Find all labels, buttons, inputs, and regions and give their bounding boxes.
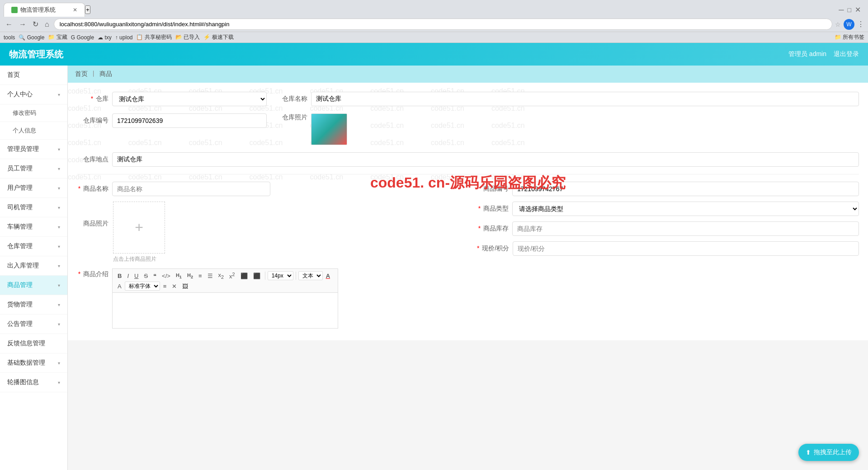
warehouse-photo-image[interactable] bbox=[311, 113, 347, 145]
subscript-button[interactable]: x2 bbox=[216, 271, 226, 281]
ordered-list-button[interactable]: ≡ bbox=[196, 272, 204, 280]
bookmark-shared-pwd[interactable]: 📋 共享秘密码 bbox=[136, 33, 171, 41]
sidebar-item-inout-mgmt[interactable]: 出入库管理 ▾ bbox=[0, 256, 67, 276]
product-type-select[interactable]: 请选择商品类型 bbox=[512, 202, 859, 216]
align-left-button[interactable]: ⬛ bbox=[238, 272, 250, 280]
blockquote-button[interactable]: ❝ bbox=[151, 272, 159, 280]
bold-button[interactable]: B bbox=[115, 272, 124, 280]
warehouse-name-input[interactable] bbox=[311, 92, 859, 106]
sidebar-item-admin-mgmt[interactable]: 管理员管理 ▾ bbox=[0, 140, 67, 159]
warehouse-select[interactable]: 测试仓库 bbox=[112, 92, 267, 106]
new-tab-button[interactable]: + bbox=[85, 5, 90, 14]
location-row: 仓库地点 bbox=[77, 152, 859, 167]
product-row: * 商品名称 商品照片 + bbox=[77, 182, 859, 331]
font-color-button[interactable]: A bbox=[324, 272, 332, 280]
float-upload-button[interactable]: ⬆ 拖拽至此上传 bbox=[798, 444, 859, 461]
bookmark-speeddown[interactable]: ⚡ 极速下载 bbox=[203, 33, 233, 41]
h2-button[interactable]: H2 bbox=[185, 272, 195, 280]
bookmark-imported[interactable]: 📂 已导入 bbox=[175, 33, 200, 41]
home-button[interactable]: ⌂ bbox=[43, 19, 51, 29]
font-size-select[interactable]: 14px bbox=[268, 271, 293, 280]
sidebar-item-notice-mgmt[interactable]: 公告管理 ▾ bbox=[0, 315, 67, 334]
maximize-button[interactable]: □ bbox=[848, 6, 851, 14]
font-family-select[interactable]: 标准字体 bbox=[125, 282, 160, 291]
bookmark-tools[interactable]: tools bbox=[4, 34, 15, 41]
chevron-down-icon: ▾ bbox=[58, 322, 60, 327]
sidebar-banner-label: 轮播图信息 bbox=[7, 378, 39, 386]
active-tab[interactable]: 物流管理系统 ✕ bbox=[4, 3, 85, 17]
sidebar-item-profile[interactable]: 个人中心 ▾ bbox=[0, 85, 67, 104]
h1-button[interactable]: H1 bbox=[174, 272, 184, 280]
sidebar-sub-change-pwd[interactable]: 修改密码 bbox=[0, 104, 67, 122]
warehouse-label: * 仓库 bbox=[77, 95, 108, 103]
product-stock-input[interactable] bbox=[512, 221, 859, 236]
bookmark-google1[interactable]: 🔍 Google bbox=[19, 34, 44, 41]
sidebar-item-vehicle-mgmt[interactable]: 车辆管理 ▾ bbox=[0, 217, 67, 237]
back-button[interactable]: ← bbox=[4, 19, 14, 29]
sidebar-item-feedback-mgmt[interactable]: 反馈信息管理 bbox=[0, 334, 67, 353]
browser-chrome: 物流管理系统 ✕ + ─ □ ✕ ← → ↻ ⌂ ☆ W ⋮ tools 🔍 G… bbox=[0, 0, 868, 43]
product-name-input[interactable] bbox=[112, 182, 270, 196]
font-highlight-button[interactable]: A bbox=[115, 282, 124, 291]
required-mark: * bbox=[78, 185, 80, 192]
text-style-select[interactable]: 文本 bbox=[298, 271, 323, 280]
refresh-button[interactable]: ↻ bbox=[31, 19, 40, 29]
bookmark-uplod[interactable]: ↑ uplod bbox=[115, 34, 133, 41]
sidebar-item-product-mgmt[interactable]: 商品管理 ▾ bbox=[0, 276, 67, 295]
sidebar-item-banner-mgmt[interactable]: 轮播图信息 ▾ bbox=[0, 373, 67, 392]
code-button[interactable]: </> bbox=[160, 272, 173, 280]
close-window-button[interactable]: ✕ bbox=[855, 5, 861, 14]
editor-toolbar: B I U S ❝ </> H1 H2 ≡ bbox=[112, 268, 338, 292]
sidebar-vehicle-label: 车辆管理 bbox=[7, 223, 33, 231]
product-photo-upload[interactable]: + bbox=[113, 202, 165, 254]
price-group: * 现价/积分 bbox=[477, 241, 859, 256]
product-code-input[interactable] bbox=[512, 182, 859, 196]
superscript-button[interactable]: x2 bbox=[227, 271, 237, 281]
sidebar-item-home[interactable]: 首页 bbox=[0, 66, 67, 85]
address-input[interactable] bbox=[54, 19, 832, 30]
align-right-button[interactable]: ⬛ bbox=[251, 272, 263, 280]
warehouse-code-photo-row: 仓库编号 仓库照片 bbox=[77, 113, 859, 145]
chevron-down-icon: ▾ bbox=[58, 361, 60, 366]
warehouse-location-input[interactable] bbox=[112, 152, 859, 167]
breadcrumb-home[interactable]: 首页 bbox=[75, 70, 88, 78]
bookmarks-more[interactable]: 📁 所有书签 bbox=[835, 33, 864, 41]
minimize-button[interactable]: ─ bbox=[839, 6, 844, 14]
strikethrough-button[interactable]: S bbox=[142, 272, 150, 280]
profile-icon[interactable]: W bbox=[844, 19, 854, 30]
extensions-icon[interactable]: ⋮ bbox=[857, 20, 864, 28]
bookmark-star[interactable]: ☆ bbox=[835, 21, 841, 28]
unordered-list-button[interactable]: ☰ bbox=[205, 272, 215, 280]
plus-icon: + bbox=[135, 219, 143, 236]
sidebar-item-warehouse-mgmt[interactable]: 仓库管理 ▾ bbox=[0, 237, 67, 256]
clear-format-button[interactable]: ✕ bbox=[170, 282, 179, 291]
align-left-btn2[interactable]: ≡ bbox=[161, 282, 169, 291]
breadcrumb: 首页 丨 商品 bbox=[68, 66, 868, 83]
italic-button[interactable]: I bbox=[125, 272, 131, 280]
sidebar-item-user-mgmt[interactable]: 用户管理 ▾ bbox=[0, 179, 67, 198]
sidebar-sub-personal-info[interactable]: 个人信息 bbox=[0, 122, 67, 140]
breadcrumb-current: 商品 bbox=[99, 70, 112, 78]
warehouse-code-input[interactable] bbox=[112, 113, 267, 128]
forward-button[interactable]: → bbox=[17, 19, 28, 29]
sidebar-warehouse-label: 仓库管理 bbox=[7, 242, 33, 250]
sidebar-item-driver-mgmt[interactable]: 司机管理 ▾ bbox=[0, 198, 67, 217]
upload-icon: ⬆ bbox=[806, 449, 811, 456]
bookmark-txy[interactable]: ☁ txy bbox=[98, 34, 112, 41]
sidebar-item-basic-data-mgmt[interactable]: 基础数据管理 ▾ bbox=[0, 353, 67, 373]
sidebar-item-staff-mgmt[interactable]: 员工管理 ▾ bbox=[0, 159, 67, 179]
float-button-label: 拖拽至此上传 bbox=[814, 448, 852, 456]
price-input[interactable] bbox=[513, 241, 859, 256]
bookmark-treasure[interactable]: 📁 宝藏 bbox=[48, 33, 67, 41]
tab-close-button[interactable]: ✕ bbox=[73, 7, 77, 13]
sidebar-item-cargo-mgmt[interactable]: 货物管理 ▾ bbox=[0, 295, 67, 315]
product-stock-group: * 商品库存 bbox=[477, 221, 859, 236]
tab-favicon bbox=[11, 7, 18, 13]
warehouse-row: * 仓库 测试仓库 仓库名称 bbox=[77, 92, 859, 106]
chevron-down-icon: ▾ bbox=[58, 186, 60, 191]
logout-link[interactable]: 退出登录 bbox=[834, 50, 859, 58]
editor-body[interactable] bbox=[112, 292, 338, 329]
underline-button[interactable]: U bbox=[132, 272, 141, 280]
bookmark-google2[interactable]: G Google bbox=[71, 34, 94, 41]
insert-image-button[interactable]: 🖼 bbox=[180, 282, 190, 291]
